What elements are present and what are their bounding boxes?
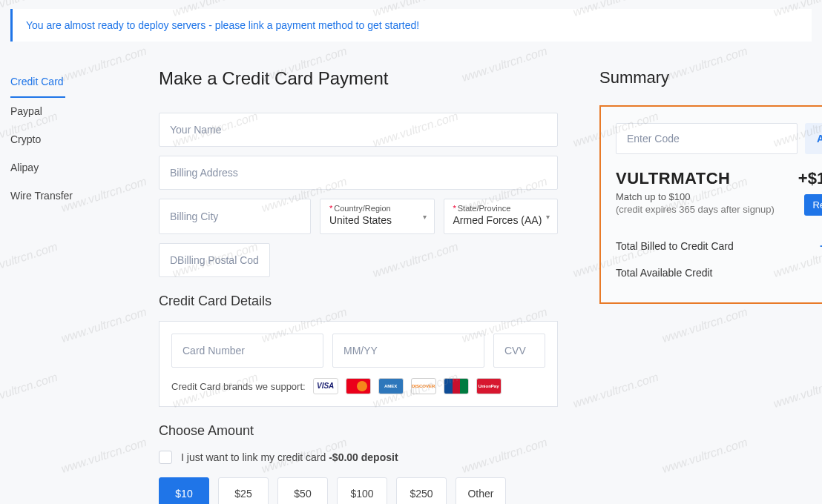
promo-code-input[interactable]	[616, 123, 798, 154]
tab-credit-card[interactable]: Credit Card	[10, 68, 65, 98]
cc-details-heading: Credit Card Details	[159, 294, 558, 309]
payment-tabs-sidebar: Credit Card Paypal Crypto Alipay Wire Tr…	[10, 68, 129, 504]
promo-name: VULTRMATCH	[616, 169, 731, 188]
billing-city-input[interactable]	[159, 199, 311, 234]
tab-wire-transfer[interactable]: Wire Transfer	[10, 182, 129, 210]
total-credit-label: Total Available Credit	[616, 267, 712, 279]
amount-other-button[interactable]: Other	[456, 477, 506, 504]
postal-code-input[interactable]	[159, 243, 270, 277]
chevron-down-icon: ▾	[546, 213, 550, 221]
summary-heading: Summary	[599, 68, 822, 87]
state-select[interactable]: *State/Province Armed Forces (AA) ▾	[444, 199, 559, 234]
card-cvv-input[interactable]	[493, 334, 545, 368]
cc-support-text: Credit Card brands we support:	[171, 381, 306, 392]
link-only-checkbox[interactable]	[159, 451, 172, 464]
promo-value: +$10.00	[798, 169, 822, 188]
link-only-label: I just want to link my credit card -$0.0…	[181, 451, 398, 463]
total-billed-label: Total Billed to Credit Card	[616, 240, 734, 252]
amount-25-button[interactable]: $25	[218, 477, 269, 504]
page-title: Make a Credit Card Payment	[159, 68, 558, 89]
name-input[interactable]	[159, 113, 558, 147]
amount-100-button[interactable]: $100	[337, 477, 387, 504]
unionpay-icon: UnionPay	[476, 378, 502, 394]
card-number-input[interactable]	[171, 334, 323, 368]
mastercard-icon	[346, 378, 371, 394]
promo-note: (credit expires 365 days after signup)	[616, 204, 775, 215]
jcb-icon	[444, 378, 469, 394]
cc-details-box: Credit Card brands we support: VISA AMEX…	[159, 321, 558, 407]
amount-250-button[interactable]: $250	[396, 477, 447, 504]
tab-paypal[interactable]: Paypal	[10, 98, 129, 126]
card-expiry-input[interactable]	[332, 334, 484, 368]
visa-icon: VISA	[313, 378, 338, 394]
choose-amount-heading: Choose Amount	[159, 423, 558, 439]
tab-crypto[interactable]: Crypto	[10, 126, 129, 154]
remove-button[interactable]: Remove	[804, 194, 822, 216]
discover-icon: DISCOVER	[411, 378, 436, 394]
summary-box: Apply VULTRMATCH +$10.00 Match up to $10…	[599, 105, 822, 304]
banner-text: You are almost ready to deploy servers -…	[26, 19, 419, 31]
chevron-down-icon: ▾	[423, 213, 427, 221]
amount-10-button[interactable]: $10	[159, 477, 209, 504]
promo-subtext: Match up to $100	[616, 191, 775, 202]
amount-50-button[interactable]: $50	[277, 477, 328, 504]
country-select[interactable]: *Country/Region United States ▾	[320, 199, 435, 234]
amex-icon: AMEX	[378, 378, 404, 394]
apply-button[interactable]: Apply	[805, 123, 822, 154]
info-banner: You are almost ready to deploy servers -…	[10, 9, 812, 42]
billing-address-input[interactable]	[159, 156, 558, 190]
tab-alipay[interactable]: Alipay	[10, 154, 129, 182]
